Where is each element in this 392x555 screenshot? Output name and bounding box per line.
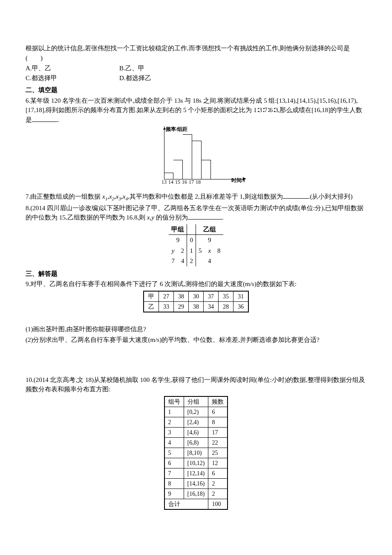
q9-jia-2: 38 (174, 291, 189, 302)
q9-yi-6: 36 (233, 301, 249, 312)
sl-r3-left: 7 4 (169, 256, 187, 266)
q7: 7.由正整数组成的一组数据 x1,x2,x3,x4,其平均数和中位数都是 2,且… (26, 192, 366, 202)
q10-r2-c1: 2 (164, 417, 184, 427)
q10-r8-c2: [14,16) (184, 478, 208, 489)
hist-bar-4 (192, 141, 202, 179)
q9-jia-1: 27 (159, 291, 174, 302)
hist-ylabel: 频率/组距 (166, 125, 187, 133)
q10-header: 组号 分组 频数 (164, 396, 228, 407)
q10-r6-c1: 6 (164, 458, 184, 468)
q10-r3-c2: [4,6) (184, 427, 208, 437)
q10-r6-c3: 12 (208, 458, 228, 468)
q9-row-yi: 乙 33 29 38 34 28 36 (144, 301, 248, 312)
q10-r8-c3: 2 (208, 478, 228, 489)
q10-r5-c2: [8,10) (184, 448, 208, 458)
q6-blank (32, 115, 58, 122)
q10-r3-c1: 3 (164, 427, 184, 437)
sl-head-left: 甲组 (169, 224, 187, 235)
hist-bar-5 (202, 160, 211, 179)
sl-r1-stem: 0 (187, 235, 196, 246)
q10-r5-c3: 25 (208, 448, 228, 458)
sl-r3-right: 4 (196, 256, 223, 266)
q6-text: 6.某年级 120 名学生在一次百米测试中,成绩全部介于 13s 与 18s 之… (26, 97, 362, 123)
q9-row-jia: 甲 27 38 30 37 35 31 (144, 291, 248, 302)
q10-h1: 组号 (164, 396, 184, 407)
q10-table-wrap: 组号 分组 频数 1[0,2)6 2[2,4)8 3[4,6)17 4[6,8)… (26, 396, 366, 510)
q10-r4-c3: 22 (208, 437, 228, 448)
q9-jia-6: 31 (233, 291, 249, 302)
hist-xlabel: 时间/s (231, 176, 245, 184)
q10-r2-c3: 8 (208, 417, 228, 427)
q10-r3-c3: 17 (208, 427, 228, 437)
q9-yi-1: 33 (159, 301, 174, 312)
q7-blank (283, 192, 308, 199)
section-fill: 二、填空题 (26, 85, 366, 95)
q9-jia-5: 35 (219, 291, 233, 302)
section-solve: 三、解答题 (26, 269, 366, 279)
sl-r2-right: 5 x 8 (196, 246, 223, 256)
q10-r1-c1: 1 (164, 407, 184, 417)
q10-r7-c1: 7 (164, 468, 184, 478)
q7-prefix: 7.由正整数组成的一组数据 (26, 193, 102, 200)
sl-r2-left: y 2 (169, 246, 187, 256)
q9-yi-4: 34 (204, 301, 219, 312)
q10-r7-c2: [12,14) (184, 468, 208, 478)
q7-mid: ,其平均数和中位数都是 2,且标准差等于 1,则这组数据为 (128, 193, 283, 200)
q9-jia-label: 甲 (144, 291, 159, 302)
q10-r9-c3: 2 (208, 489, 228, 499)
q10-r8-c1: 8 (164, 478, 184, 489)
q10-h2: 分组 (184, 396, 208, 407)
sl-head-stem (187, 224, 196, 235)
q8-vars: x,y (147, 214, 154, 221)
q10-r5-c1: 5 (164, 448, 184, 458)
q9-table: 甲 27 38 30 37 35 31 乙 33 29 38 34 28 36 (143, 291, 249, 312)
q9-yi-5: 28 (219, 301, 233, 312)
q10-r7-c3: 6 (208, 468, 228, 478)
q10-total-value: 100 (208, 499, 228, 509)
q5-options-row1: A.甲、乙 B.乙、甲 (26, 64, 366, 73)
xtick-18: 18 (196, 178, 205, 186)
q8-suffix: . (222, 214, 224, 221)
q6-histogram: ▲ ▶ 频率/组距 时间/s 13 14 15 16 17 18 (26, 126, 366, 190)
sl-r2-stem: 1 (187, 246, 196, 256)
q9-stem: 9.对甲、乙两名自行车赛手在相同条件下进行了 6 次测试,测得他们的最大速度(m… (26, 279, 366, 289)
q8-blank (188, 213, 222, 220)
q10-table: 组号 分组 频数 1[0,2)6 2[2,4)8 3[4,6)17 4[6,8)… (164, 396, 228, 510)
q9-yi-2: 29 (174, 301, 189, 312)
q10-total-label: 合计 (164, 499, 208, 509)
opt-d: D.都选择乙 (119, 73, 151, 83)
q9-jia-3: 30 (189, 291, 204, 302)
q7-vars: x1,x2,x3,x4 (102, 193, 128, 200)
q10-r9-c1: 9 (164, 489, 184, 499)
q9-jia-4: 37 (204, 291, 219, 302)
q10-r1-c2: [0,2) (184, 407, 208, 417)
q6-suffix: . (58, 116, 59, 123)
q5-stem: 根据以上的统计信息,若张伟想找一个工资比较稳定的工作,而李强想找一个有挑战性的工… (26, 43, 366, 63)
sl-r1-right: 9 (196, 235, 223, 246)
q8-mid: 的值分别为 (154, 214, 188, 221)
q10-r4-c1: 4 (164, 437, 184, 448)
q6: 6.某年级 120 名学生在一次百米测试中,成绩全部介于 13s 与 18s 之… (26, 96, 366, 125)
q10-r1-c3: 6 (208, 407, 228, 417)
q9-sub2: (2)分别求出甲、乙两名自行车赛手最大速度(m/s)的平均数、中位数、标准差,并… (26, 335, 366, 345)
q9-yi-label: 乙 (144, 301, 159, 312)
q8-stemleaf: 甲组 乙组 9 0 9 y 2 1 5 x 8 7 4 2 4 (26, 224, 366, 266)
q9-yi-3: 38 (189, 301, 204, 312)
q10-h3: 频数 (208, 396, 228, 407)
q9-table-wrap: 甲 27 38 30 37 35 31 乙 33 29 38 34 28 36 (26, 291, 366, 312)
q10-r9-c2: [16,18) (184, 489, 208, 499)
opt-a: A.甲、乙 (26, 64, 102, 73)
q5-options-row2: C.都选择甲 D.都选择乙 (26, 73, 366, 83)
q10-r2-c2: [2,4) (184, 417, 208, 427)
sl-r1-left: 9 (169, 235, 187, 246)
hist-bar-2 (173, 160, 183, 179)
sl-head-right: 乙组 (196, 224, 223, 235)
opt-b: B.乙、甲 (119, 64, 144, 73)
opt-c: C.都选择甲 (26, 73, 102, 83)
q7-suffix: .(从小到大排列) (308, 193, 353, 200)
q10-r6-c2: [10,12) (184, 458, 208, 468)
q10-stem: 10.(2014 北京高考,文 18)从某校随机抽取 100 名学生,获得了他们… (26, 375, 366, 394)
hist-bar-3 (183, 134, 192, 179)
q8: 8.(2014 四川眉山一诊改编)以下茎叶图记录了甲、乙两组各五名学生在一次英语… (26, 203, 366, 223)
q9-sub1: (1)画出茎叶图,由茎叶图你能获得哪些信息? (26, 324, 366, 334)
